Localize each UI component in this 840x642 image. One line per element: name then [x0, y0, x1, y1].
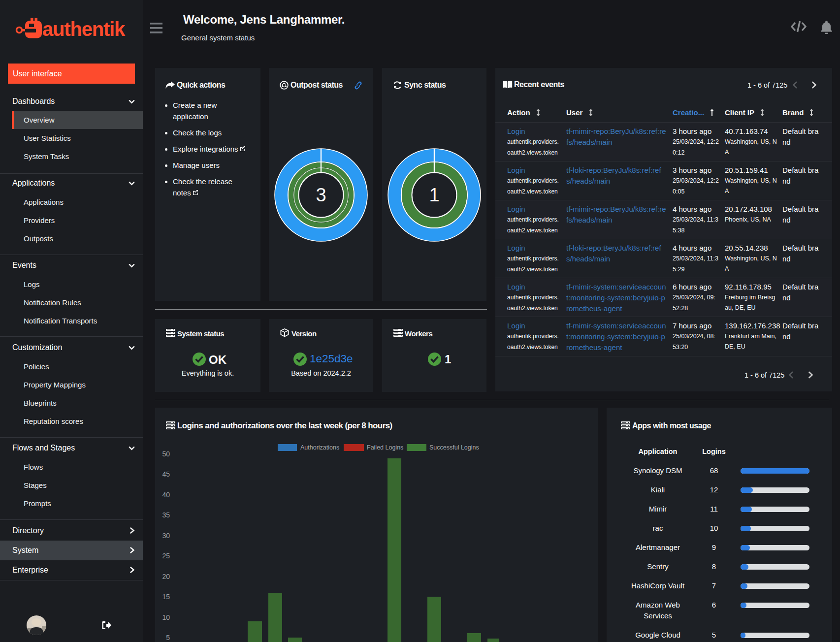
svg-text:authentik: authentik: [42, 18, 126, 40]
svg-text:1: 1: [429, 185, 439, 205]
svg-text:3: 3: [316, 185, 326, 205]
